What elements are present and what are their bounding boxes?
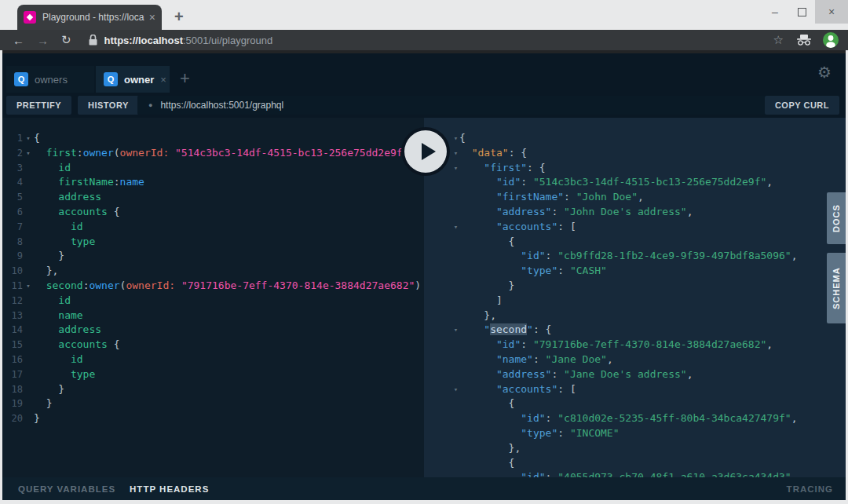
query-line[interactable]: 10 }, xyxy=(2,264,424,279)
code-text: accounts { xyxy=(34,205,120,220)
fold-gutter xyxy=(452,456,459,471)
url-host: https://localhost xyxy=(104,35,183,46)
query-line[interactable]: 8 type xyxy=(2,235,424,250)
fold-arrow-icon[interactable]: ▾ xyxy=(23,131,34,146)
session-tab-close-icon[interactable]: × xyxy=(160,74,166,86)
fold-gutter xyxy=(23,175,34,190)
fold-arrow-icon[interactable]: ▾ xyxy=(452,146,459,161)
fold-arrow-icon[interactable]: ▾ xyxy=(452,220,459,235)
fold-gutter xyxy=(452,205,459,220)
code-text: "name": "Jane Doe", xyxy=(459,352,613,367)
endpoint-input[interactable]: ● https://localhost:5001/graphql xyxy=(137,96,766,115)
session-tab-owners[interactable]: Q owners xyxy=(6,66,94,93)
docs-side-tab[interactable]: DOCS xyxy=(827,192,846,244)
fold-gutter xyxy=(452,264,459,279)
code-text: { xyxy=(34,131,40,146)
query-line[interactable]: 19 } xyxy=(2,396,424,411)
code-text: "id": "791716be-7eff-4370-814e-3884d27ae… xyxy=(459,338,773,352)
query-line[interactable]: 12 id xyxy=(2,294,424,309)
query-line[interactable]: 3 id xyxy=(2,161,424,176)
fold-arrow-icon[interactable]: ▾ xyxy=(452,323,459,338)
query-editor[interactable]: 1▾{2▾ first:owner(ownerId: "514c3bc3-14d… xyxy=(2,118,424,477)
query-line[interactable]: 13 name xyxy=(2,309,424,323)
prettify-button[interactable]: PRETTIFY xyxy=(6,96,71,115)
query-line[interactable]: 16 id xyxy=(2,352,424,367)
minimize-button[interactable]: – xyxy=(762,0,788,24)
query-line[interactable]: 11▾ second:owner(ownerId: "791716be-7eff… xyxy=(2,279,424,294)
window-border-left xyxy=(0,50,2,504)
query-line[interactable]: 5 address xyxy=(2,190,424,205)
bookmark-star-icon[interactable]: ☆ xyxy=(773,33,784,47)
execute-query-button[interactable] xyxy=(401,127,450,176)
query-line[interactable]: 6 accounts { xyxy=(2,205,424,220)
query-line[interactable]: 20} xyxy=(2,411,424,426)
query-line[interactable]: 18 } xyxy=(2,382,424,397)
fold-arrow-icon[interactable]: ▾ xyxy=(452,161,459,176)
query-line[interactable]: 9 } xyxy=(2,249,424,264)
maximize-button[interactable] xyxy=(788,0,815,24)
fold-gutter xyxy=(452,279,459,294)
code-text: { xyxy=(459,396,514,411)
result-line: ▾ "data": { xyxy=(424,146,846,161)
result-line: "address": "Jane Doe's address", xyxy=(424,367,846,382)
reload-button[interactable]: ↻ xyxy=(61,33,71,47)
tracing-tab[interactable]: TRACING xyxy=(787,484,833,494)
editor-area: 1▾{2▾ first:owner(ownerId: "514c3bc3-14d… xyxy=(2,118,846,477)
browser-navbar: ← → ↻ https://localhost:5001/ui/playgrou… xyxy=(0,30,848,50)
query-line[interactable]: 1▾{ xyxy=(2,131,424,146)
settings-gear-icon[interactable]: ⚙ xyxy=(817,63,832,82)
query-line[interactable]: 14 address xyxy=(2,323,424,338)
line-number: 18 xyxy=(7,382,23,397)
fold-gutter xyxy=(452,396,459,411)
line-number: 15 xyxy=(7,338,23,352)
fold-arrow-icon[interactable]: ▾ xyxy=(452,131,459,146)
session-tab-bar: Q owners Q owner × + ⚙ xyxy=(2,53,846,93)
fold-gutter xyxy=(23,411,34,426)
query-line[interactable]: 7 id xyxy=(2,220,424,235)
query-line[interactable]: 15 accounts { xyxy=(2,338,424,352)
query-variables-tab[interactable]: QUERY VARIABLES xyxy=(18,484,115,494)
code-text: "id": "cb9ffd28-1fb2-4ce9-9f39-497bdf8a5… xyxy=(459,249,798,264)
fold-arrow-icon[interactable]: ▾ xyxy=(23,146,34,161)
fold-arrow-icon[interactable]: ▾ xyxy=(23,279,34,294)
query-line[interactable]: 17 type xyxy=(2,367,424,382)
http-headers-tab[interactable]: HTTP HEADERS xyxy=(130,484,209,494)
code-text: } xyxy=(34,396,52,411)
profile-avatar[interactable] xyxy=(823,32,839,48)
back-button[interactable]: ← xyxy=(13,34,24,47)
schema-side-tab[interactable]: SCHEMA xyxy=(827,253,846,323)
new-session-tab-button[interactable]: + xyxy=(180,68,190,89)
code-text: }, xyxy=(34,264,58,279)
line-number: 1 xyxy=(7,131,23,146)
address-bar[interactable]: https://localhost:5001/ui/playground xyxy=(104,35,773,46)
browser-new-tab-button[interactable]: + xyxy=(174,8,184,26)
query-badge-icon: Q xyxy=(104,72,118,86)
result-line: }, xyxy=(424,441,846,456)
query-line[interactable]: 2▾ first:owner(ownerId: "514c3bc3-14df-4… xyxy=(2,146,424,161)
fold-gutter xyxy=(23,352,34,367)
copy-curl-button[interactable]: COPY CURL xyxy=(765,96,839,115)
line-number: 8 xyxy=(7,235,23,250)
forward-button[interactable]: → xyxy=(37,34,49,47)
result-line: ▾{ xyxy=(424,131,846,146)
fold-gutter xyxy=(23,294,34,309)
browser-tab[interactable]: Playground - https://localhost:50 × xyxy=(17,5,162,30)
code-text: "id": "4055d973-cb70-48f1-a610-a3d63ca43… xyxy=(459,470,798,477)
endpoint-status-dot: ● xyxy=(148,101,152,109)
code-text: address xyxy=(34,323,101,338)
fold-arrow-icon[interactable]: ▾ xyxy=(452,382,459,397)
code-text: id xyxy=(34,294,71,309)
fold-gutter xyxy=(23,249,34,264)
browser-tab-close-icon[interactable]: × xyxy=(149,11,155,24)
history-button[interactable]: HISTORY xyxy=(78,96,139,115)
code-text: type xyxy=(34,235,95,250)
code-text: "first": { xyxy=(459,161,546,176)
line-number: 2 xyxy=(7,146,23,161)
code-text: id xyxy=(34,161,71,176)
code-text: { xyxy=(459,235,514,250)
code-text: ] xyxy=(459,294,503,309)
query-line[interactable]: 4 firstName:name xyxy=(2,175,424,190)
close-window-button[interactable]: × xyxy=(815,0,848,24)
session-tab-owner[interactable]: Q owner × xyxy=(96,66,170,93)
code-text: second:owner(ownerId: "791716be-7eff-437… xyxy=(34,279,424,294)
